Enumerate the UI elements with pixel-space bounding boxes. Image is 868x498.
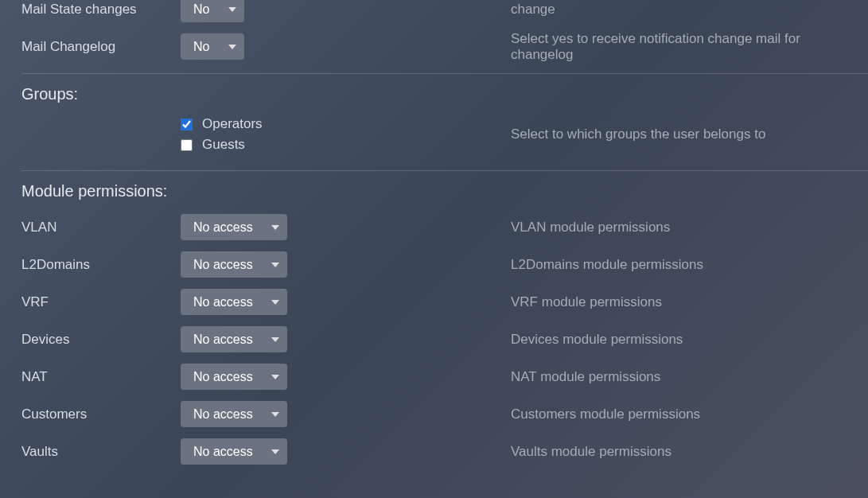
module-nat-label: NAT <box>21 369 181 385</box>
groups-row: Operators Guests Select to which groups … <box>0 111 868 162</box>
module-customers-select[interactable]: No access <box>181 401 287 427</box>
module-vaults-row: Vaults No access Vaults module permissio… <box>0 433 868 470</box>
module-vlan-help: VLAN module permissions <box>511 220 868 235</box>
module-vlan-row: VLAN No access VLAN module permissions <box>0 208 868 246</box>
module-vrf-label: VRF <box>21 294 181 310</box>
module-vrf-row: VRF No access VRF module permissions <box>0 283 868 321</box>
module-customers-label: Customers <box>21 407 181 422</box>
module-vaults-select[interactable]: No access <box>181 438 287 465</box>
mail-changelog-row: Mail Changelog No Select yes to receive … <box>0 28 868 65</box>
group-operators-line: Operators <box>181 116 511 132</box>
mail-state-label: Mail State changes <box>21 2 181 18</box>
module-vrf-help: VRF module permissions <box>511 294 868 310</box>
module-l2domains-label: L2Domains <box>21 257 181 273</box>
module-customers-row: Customers No access Customers module per… <box>0 395 868 433</box>
module-vaults-help: Vaults module permissions <box>511 444 868 460</box>
group-guests-checkbox[interactable] <box>181 139 193 151</box>
mail-changelog-help: Select yes to receive notification chang… <box>511 31 868 63</box>
mail-state-row: Mail State changes No change <box>0 0 868 28</box>
group-guests-line: Guests <box>181 137 511 153</box>
group-operators-checkbox[interactable] <box>181 119 193 130</box>
module-vaults-label: Vaults <box>21 444 181 460</box>
module-l2domains-select[interactable]: No access <box>181 251 287 278</box>
module-vrf-select[interactable]: No access <box>181 289 287 315</box>
groups-header: Groups: <box>0 74 868 111</box>
mail-state-help: change <box>511 2 868 18</box>
module-l2domains-help: L2Domains module permissions <box>511 257 868 273</box>
module-devices-row: Devices No access Devices module permiss… <box>0 321 868 358</box>
groups-help: Select to which groups the user belongs … <box>511 126 868 142</box>
module-perms-header: Module permissions: <box>0 171 868 208</box>
module-customers-help: Customers module permissions <box>511 407 868 422</box>
module-nat-row: NAT No access NAT module permissions <box>0 358 868 395</box>
module-vlan-label: VLAN <box>21 220 181 235</box>
module-devices-help: Devices module permissions <box>511 332 868 348</box>
mail-changelog-label: Mail Changelog <box>21 39 181 55</box>
module-l2domains-row: L2Domains No access L2Domains module per… <box>0 246 868 283</box>
module-vlan-select[interactable]: No access <box>181 214 287 240</box>
module-nat-select[interactable]: No access <box>181 364 287 390</box>
mail-changelog-select[interactable]: No <box>181 33 244 60</box>
group-guests-label: Guests <box>202 137 245 153</box>
module-devices-label: Devices <box>21 332 181 348</box>
module-nat-help: NAT module permissions <box>511 369 868 385</box>
module-devices-select[interactable]: No access <box>181 326 287 352</box>
mail-state-select[interactable]: No <box>181 0 244 22</box>
group-operators-label: Operators <box>202 116 263 132</box>
